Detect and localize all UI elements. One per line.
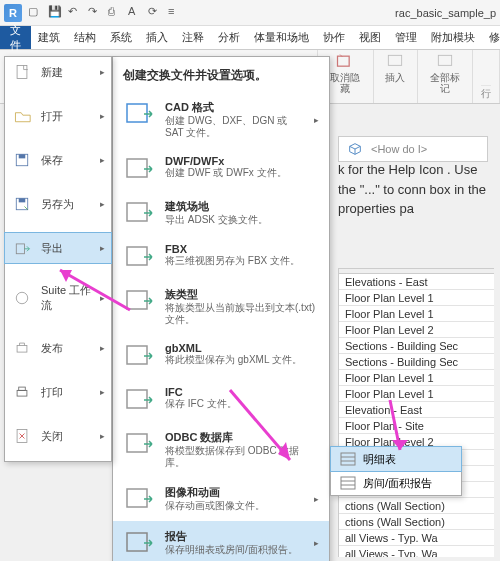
- view-list-row[interactable]: Sections - Building Sec: [339, 338, 494, 354]
- view-list-row[interactable]: Floor Plan Level 1: [339, 290, 494, 306]
- file-menu-label: 发布: [41, 341, 63, 356]
- view-list-row[interactable]: Elevation - East: [339, 402, 494, 418]
- undo-icon[interactable]: ↶: [68, 5, 84, 21]
- tab-collaborate[interactable]: 协作: [316, 26, 352, 49]
- view-list-row[interactable]: ctions (Wall Section): [339, 514, 494, 530]
- export-item-fbx[interactable]: FBX将三维视图另存为 FBX 文件。: [113, 235, 329, 279]
- odbc-icon: [123, 430, 155, 458]
- export-item-family[interactable]: 族类型将族类型从当前族导出到文本(.txt)文件。: [113, 279, 329, 334]
- view-list-row[interactable]: all Views - Typ. Wa: [339, 530, 494, 546]
- view-list-row[interactable]: Sections - Building Sec: [339, 354, 494, 370]
- export-item-gbxml[interactable]: gbXML将此模型保存为 gbXML 文件。: [113, 334, 329, 378]
- svg-rect-15: [127, 159, 147, 177]
- quick-access-toolbar: ▢ 💾 ↶ ↷ ⎙ A ⟳ ≡: [28, 5, 184, 21]
- type-selector[interactable]: <How do I>: [338, 136, 488, 162]
- chevron-right-icon: ▸: [100, 293, 105, 303]
- insert-button[interactable]: 插入: [385, 52, 405, 83]
- view-list-row[interactable]: Floor Plan Level 1: [339, 386, 494, 402]
- dwf-icon: [123, 155, 155, 183]
- cube-icon: [347, 141, 363, 157]
- export-item-image[interactable]: 图像和动画保存动画或图像文件。▸: [113, 477, 329, 521]
- view-list-row[interactable]: Floor Plan Level 2: [339, 322, 494, 338]
- more-icon[interactable]: ≡: [168, 5, 184, 21]
- file-menu: 新建▸打开▸保存▸另存为▸导出▸Suite 工作流▸发布▸打印▸关闭▸: [4, 56, 112, 462]
- tab-view[interactable]: 视图: [352, 26, 388, 49]
- close-doc-icon: [11, 427, 33, 445]
- printer-icon: [11, 383, 33, 401]
- file-menu-export[interactable]: 导出▸: [4, 232, 112, 264]
- file-menu-suite[interactable]: Suite 工作流▸: [5, 277, 111, 319]
- export-item-title: ODBC 数据库: [165, 430, 319, 445]
- file-menu-document-new[interactable]: 新建▸: [5, 57, 111, 87]
- export-item-desc: 将三维视图另存为 FBX 文件。: [165, 255, 319, 267]
- file-menu-label: 导出: [41, 241, 63, 256]
- open-icon[interactable]: ▢: [28, 5, 44, 21]
- tab-systems[interactable]: 系统: [103, 26, 139, 49]
- view-list-row[interactable]: Floor Plan Level 1: [339, 370, 494, 386]
- document-new-icon: [11, 63, 33, 81]
- export-item-ifc[interactable]: IFC保存 IFC 文件。: [113, 378, 329, 422]
- export-item-title: 族类型: [165, 287, 319, 302]
- suite-icon: [11, 289, 33, 307]
- tab-modify[interactable]: 修改: [482, 26, 500, 49]
- unhide-button[interactable]: 取消隐藏: [326, 52, 364, 94]
- print-icon[interactable]: ⎙: [108, 5, 124, 21]
- export-item-cad[interactable]: CAD 格式创建 DWG、DXF、DGN 或 SAT 文件。▸: [113, 92, 329, 147]
- file-menu-folder-open[interactable]: 打开▸: [5, 101, 111, 131]
- svg-rect-11: [17, 390, 27, 396]
- tab-annotate[interactable]: 注释: [175, 26, 211, 49]
- file-menu-printer[interactable]: 打印▸: [5, 377, 111, 407]
- tab-addins[interactable]: 附加模块: [424, 26, 482, 49]
- svg-rect-14: [127, 104, 147, 122]
- export-item-report[interactable]: 报告保存明细表或房间/面积报告。▸: [113, 521, 329, 561]
- export-item-odbc[interactable]: ODBC 数据库将模型数据保存到 ODBC 数据库。: [113, 422, 329, 477]
- sync-icon[interactable]: ⟳: [148, 5, 164, 21]
- report-icon: [123, 529, 155, 557]
- report-item-room[interactable]: 房间/面积报告: [331, 471, 461, 495]
- export-item-title: FBX: [165, 243, 319, 255]
- view-list-row[interactable]: Elevations - East: [339, 274, 494, 290]
- view-list-row[interactable]: ctions (Wall Section): [339, 498, 494, 514]
- svg-rect-8: [16, 244, 24, 254]
- svg-rect-17: [127, 247, 147, 265]
- svg-point-9: [16, 292, 27, 303]
- ribbon-tabs: 文件 建筑 结构 系统 插入 注释 分析 体量和场地 协作 视图 管理 附加模块…: [0, 26, 500, 50]
- view-list-row[interactable]: all Views - Typ. Wa: [339, 546, 494, 557]
- export-item-dwf[interactable]: DWF/DWFx创建 DWF 或 DWFx 文件。: [113, 147, 329, 191]
- view-list-row[interactable]: Floor Plan - Site: [339, 418, 494, 434]
- floppy-icon: [11, 151, 33, 169]
- svg-rect-5: [19, 154, 26, 158]
- export-item-desc: 保存明细表或房间/面积报告。: [165, 544, 304, 556]
- svg-rect-24: [341, 453, 355, 465]
- file-menu-floppy[interactable]: 保存▸: [5, 145, 111, 175]
- file-menu-floppy-as[interactable]: 另存为▸: [5, 189, 111, 219]
- svg-rect-18: [127, 291, 147, 309]
- tab-structure[interactable]: 结构: [67, 26, 103, 49]
- room-icon: [339, 475, 357, 491]
- file-menu-label: 新建: [41, 65, 63, 80]
- save-icon[interactable]: 💾: [48, 5, 64, 21]
- tagall-button[interactable]: 全部标记: [426, 52, 464, 94]
- redo-icon[interactable]: ↷: [88, 5, 104, 21]
- tab-manage[interactable]: 管理: [388, 26, 424, 49]
- tab-insert[interactable]: 插入: [139, 26, 175, 49]
- family-icon: [123, 287, 155, 315]
- tab-massing[interactable]: 体量和场地: [247, 26, 316, 49]
- type-selector-text: <How do I>: [371, 143, 427, 155]
- measure-icon[interactable]: A: [128, 5, 144, 21]
- export-item-site[interactable]: 建筑场地导出 ADSK 交换文件。: [113, 191, 329, 235]
- file-menu-close-doc[interactable]: 关闭▸: [5, 421, 111, 451]
- chevron-right-icon: ▸: [314, 494, 319, 504]
- file-tab[interactable]: 文件: [0, 26, 31, 49]
- svg-rect-7: [19, 198, 26, 202]
- tab-analyze[interactable]: 分析: [211, 26, 247, 49]
- report-item-schedule[interactable]: 明细表: [330, 446, 462, 472]
- view-list-row[interactable]: Floor Plan Level 1: [339, 306, 494, 322]
- export-submenu: 创建交换文件并设置选项。 CAD 格式创建 DWG、DXF、DGN 或 SAT …: [112, 56, 330, 561]
- export-item-desc: 创建 DWG、DXF、DGN 或 SAT 文件。: [165, 115, 304, 139]
- file-menu-publish[interactable]: 发布▸: [5, 333, 111, 363]
- tab-architecture[interactable]: 建筑: [31, 26, 67, 49]
- svg-rect-16: [127, 203, 147, 221]
- publish-icon: [11, 339, 33, 357]
- ribbon-group-insert: 插入: [374, 50, 418, 103]
